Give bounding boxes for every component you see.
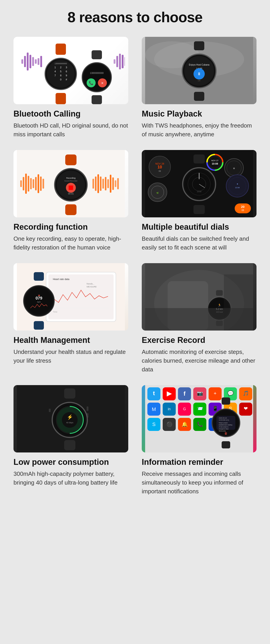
svg-rect-57: [35, 177, 37, 190]
svg-text:4: 4: [54, 70, 56, 73]
bluetooth-image: 1 2 3 4 5 6 7 8 9 0 # 13000000000: [14, 37, 128, 104]
svg-text:t: t: [153, 390, 155, 396]
svg-text:⚙: ⚙: [233, 167, 235, 170]
svg-rect-74: [102, 179, 104, 188]
svg-rect-4: [32, 57, 34, 66]
dials-title: Multiple beautiful dials: [142, 222, 256, 232]
svg-rect-70: [92, 179, 94, 188]
dials-desc: Beautiful dials can be switched freely a…: [142, 234, 256, 252]
svg-rect-0: [21, 59, 23, 64]
svg-text:M: M: [152, 406, 156, 412]
info-title: Information reminder: [142, 458, 256, 467]
svg-text:6: 6: [66, 70, 67, 73]
svg-rect-77: [110, 175, 111, 193]
feature-power: ⚡ 40 days Low power consumption 300mAh h…: [14, 385, 128, 496]
svg-rect-61: [65, 154, 76, 165]
svg-rect-37: [124, 57, 125, 66]
page-container: 8 reasons to choose: [0, 0, 270, 509]
svg-rect-24: [92, 50, 102, 59]
svg-text:🌿: 🌿: [156, 192, 159, 194]
svg-rect-41: [194, 41, 204, 50]
svg-rect-79: [115, 180, 116, 187]
svg-rect-54: [28, 176, 29, 192]
svg-rect-82: [194, 154, 205, 164]
svg-text:10: 10: [158, 165, 162, 169]
svg-text:13000000000: 13000000000: [90, 72, 104, 74]
svg-text:friends...: friends...: [87, 283, 94, 285]
svg-point-101: [226, 175, 249, 197]
svg-rect-36: [122, 55, 123, 68]
svg-text:f: f: [184, 390, 186, 397]
svg-text:S: S: [152, 422, 156, 427]
svg-text:🎵: 🎵: [243, 390, 249, 396]
svg-rect-75: [105, 177, 106, 190]
feature-dials: 10:08 NOV 28 10 08 ⚙ 🌿: [142, 150, 256, 252]
health-title: Health Management: [14, 336, 128, 345]
dials-image: 10:08 NOV 28 10 08 ⚙ 🌿: [142, 150, 256, 217]
health-desc: Understand your health status and regula…: [14, 348, 128, 365]
svg-text:10:08: 10:08: [197, 191, 202, 193]
svg-text:establishment meeting: establishment meeting: [219, 424, 232, 426]
svg-text:NOV 27: NOV 27: [211, 160, 218, 162]
recording-title: Recording function: [14, 222, 128, 232]
page-title: 8 reasons to choose: [14, 9, 256, 26]
svg-text:40 days: 40 days: [66, 422, 73, 424]
info-desc: Receive messages and incoming calls simu…: [142, 470, 256, 496]
svg-rect-62: [65, 204, 76, 215]
svg-rect-51: [20, 180, 22, 187]
svg-rect-142: [64, 440, 75, 450]
svg-rect-55: [30, 178, 32, 189]
svg-rect-143: [87, 406, 88, 411]
feature-music: Enjoys Host Cubana ◄◄ ▶▶ ⏸ OR Music Play…: [142, 37, 256, 139]
svg-text:Recording: Recording: [66, 177, 75, 179]
svg-text:1: 1: [54, 66, 56, 69]
svg-text:10:03 AM (1/1): 10:03 AM (1/1): [219, 419, 229, 421]
svg-text:MEASURE: MEASURE: [87, 286, 97, 288]
svg-point-27: [84, 64, 109, 90]
svg-text:❤: ❤: [244, 406, 248, 411]
svg-text:G: G: [183, 407, 186, 411]
recording-desc: One key recording, easy to operate, high…: [14, 234, 128, 252]
health-image: Heart rate data Time ❤ 079 bpm: [14, 263, 128, 330]
svg-text:#: #: [66, 78, 67, 81]
feature-bluetooth: 1 2 3 4 5 6 7 8 9 0 # 13000000000: [14, 37, 128, 139]
svg-rect-9: [56, 93, 66, 104]
svg-rect-73: [100, 176, 101, 191]
svg-rect-80: [117, 178, 119, 189]
svg-text:⚫: ⚫: [166, 421, 173, 427]
svg-text:🏃: 🏃: [218, 303, 222, 307]
svg-text:Sound Recorder: Sound Recorder: [64, 180, 78, 182]
svg-rect-83: [194, 205, 205, 214]
svg-rect-3: [30, 55, 31, 68]
svg-rect-131: [216, 290, 223, 296]
svg-text:9: 9: [66, 74, 67, 77]
svg-text:20: 20: [241, 205, 244, 208]
svg-rect-115: [48, 274, 114, 319]
svg-rect-76: [107, 179, 109, 188]
svg-rect-33: [114, 59, 115, 64]
svg-text:📞: 📞: [89, 81, 93, 85]
svg-text:OR: OR: [198, 80, 200, 82]
svg-rect-58: [38, 174, 39, 193]
svg-text:🔔: 🔔: [182, 421, 188, 427]
svg-rect-1: [24, 56, 26, 67]
svg-text:3: 3: [66, 66, 67, 69]
svg-text:13000000000: 13000000000: [54, 62, 67, 65]
svg-rect-2: [27, 52, 29, 70]
svg-rect-7: [40, 56, 42, 67]
svg-text:22:08: 22:08: [235, 186, 240, 188]
svg-text:079: 079: [36, 296, 42, 300]
svg-rect-119: [34, 272, 44, 281]
svg-rect-141: [64, 388, 75, 398]
svg-rect-56: [33, 179, 34, 188]
bluetooth-title: Bluetooth Calling: [14, 109, 128, 118]
svg-text:in: in: [168, 407, 171, 411]
svg-rect-25: [92, 95, 102, 104]
svg-text:+: +: [214, 390, 217, 396]
svg-text:🗑: 🗑: [224, 432, 227, 435]
svg-text:⏸: ⏸: [197, 72, 201, 76]
svg-text:✕: ✕: [101, 81, 104, 85]
power-desc: 300mAh high-capacity polymer battery, br…: [14, 470, 128, 487]
svg-rect-72: [97, 174, 99, 193]
power-title: Low power consumption: [14, 458, 128, 467]
